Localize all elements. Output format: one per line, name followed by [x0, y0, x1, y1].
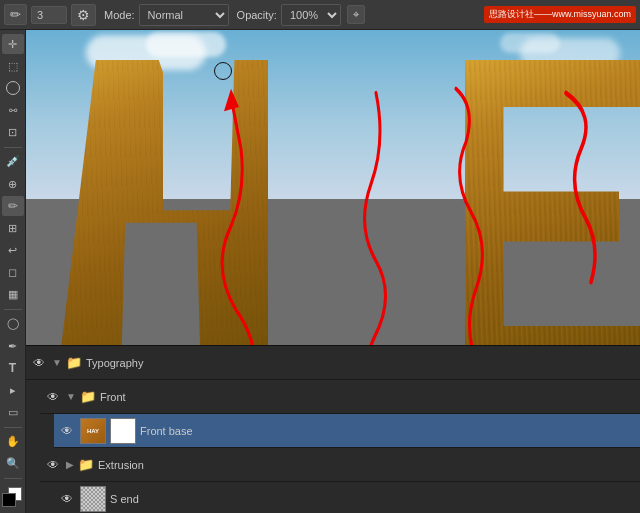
brush-size-value: 3: [37, 9, 43, 21]
brush-cursor: [214, 62, 232, 80]
eraser-tool[interactable]: ◻: [2, 263, 24, 283]
layer-row-extrusion[interactable]: 👁 ▶ 📁 Extrusion: [40, 448, 640, 482]
pen-icon: ✒: [8, 340, 17, 353]
color-swatches: [2, 487, 24, 509]
history-icon: ↩: [8, 244, 17, 257]
eyedropper-icon: 💉: [6, 155, 20, 168]
lasso-tool[interactable]: [2, 78, 24, 98]
layer-row-front-base[interactable]: 👁 HAY Front base: [54, 414, 640, 448]
healing-icon: ⊕: [8, 178, 17, 191]
zoom-icon: 🔍: [6, 457, 20, 470]
top-toolbar: ✏ 3 ⚙ Mode: Normal Multiply Screen Overl…: [0, 0, 640, 30]
layer-expand-front[interactable]: ▼: [66, 391, 76, 402]
brush-options-icon: ⚙: [77, 7, 90, 23]
canvas-area[interactable]: 👁 ▼ 📁 Typography 👁 ▼ 📁 Front 👁 HAY Front…: [26, 30, 640, 513]
layer-visibility-extrusion[interactable]: 👁: [44, 456, 62, 474]
layer-row-front[interactable]: 👁 ▼ 📁 Front: [40, 380, 640, 414]
layer-row-s-end[interactable]: 👁 S end: [54, 482, 640, 513]
layer-name-extrusion: Extrusion: [98, 459, 636, 471]
layer-expand-extrusion[interactable]: ▶: [66, 459, 74, 470]
pen-tool[interactable]: ✒: [2, 336, 24, 356]
airbrush-icon: ⌖: [353, 8, 359, 21]
layers-panel: 👁 ▼ 📁 Typography 👁 ▼ 📁 Front 👁 HAY Front…: [26, 345, 640, 513]
marquee-icon: ⬚: [8, 60, 18, 73]
main-area: ✛ ⬚ ⚯ ⊡ 💉 ⊕ ✏ ⊞ ↩ ◻: [0, 30, 640, 513]
clone-stamp-tool[interactable]: ⊞: [2, 218, 24, 238]
path-select-icon: ▸: [10, 384, 16, 397]
layer-expand-typography[interactable]: ▼: [52, 357, 62, 368]
layer-visibility-typography[interactable]: 👁: [30, 354, 48, 372]
mode-label: Mode:: [104, 9, 135, 21]
quick-select-tool[interactable]: ⚯: [2, 101, 24, 121]
brush-tool[interactable]: ✏: [2, 196, 24, 216]
crop-tool[interactable]: ⊡: [2, 123, 24, 143]
quick-select-icon: ⚯: [9, 105, 17, 116]
cloud-2: [146, 32, 226, 57]
toolbar-divider-2: [4, 309, 22, 310]
airbrush-toggle[interactable]: ⌖: [347, 5, 365, 24]
layer-name-typography: Typography: [86, 357, 636, 369]
gradient-tool[interactable]: ▦: [2, 285, 24, 305]
hand-icon: ✋: [6, 435, 20, 448]
cloud-4: [500, 33, 560, 53]
layer-thumb-front-base-main: HAY: [80, 418, 106, 444]
layer-thumb-front-base-mask: [110, 418, 136, 444]
toolbar-divider-1: [4, 147, 22, 148]
layer-folder-icon-front: 📁: [80, 389, 96, 404]
type-icon: T: [9, 361, 16, 375]
healing-brush-tool[interactable]: ⊕: [2, 174, 24, 194]
shape-tool[interactable]: ▭: [2, 403, 24, 423]
layer-name-front: Front: [100, 391, 636, 403]
history-brush-tool[interactable]: ↩: [2, 240, 24, 260]
layer-visibility-s-end[interactable]: 👁: [58, 490, 76, 508]
eraser-icon: ◻: [8, 266, 17, 279]
brush-tool-options[interactable]: ✏: [4, 4, 27, 25]
layer-visibility-front-base[interactable]: 👁: [58, 422, 76, 440]
dodge-tool[interactable]: ◯: [2, 314, 24, 334]
stamp-icon: ⊞: [8, 222, 17, 235]
dodge-icon: ◯: [7, 317, 19, 330]
zoom-tool[interactable]: 🔍: [2, 454, 24, 474]
brand-watermark: 思路设计社——www.missyuan.com: [484, 6, 636, 23]
shape-icon: ▭: [8, 406, 18, 419]
brush-options-button[interactable]: ⚙: [71, 4, 96, 26]
lasso-icon: [6, 81, 20, 95]
toolbar-divider-4: [4, 478, 22, 479]
move-icon: ✛: [8, 38, 17, 51]
brush-icon: ✏: [8, 199, 18, 213]
type-tool[interactable]: T: [2, 358, 24, 378]
crop-icon: ⊡: [8, 126, 17, 139]
layer-name-front-base: Front base: [140, 425, 636, 437]
path-selection-tool[interactable]: ▸: [2, 380, 24, 400]
layer-folder-icon-extrusion: 📁: [78, 457, 94, 472]
eyedropper-tool[interactable]: 💉: [2, 152, 24, 172]
layer-folder-icon-typography: 📁: [66, 355, 82, 370]
layer-name-s-end: S end: [110, 493, 636, 505]
left-toolbar: ✛ ⬚ ⚯ ⊡ 💉 ⊕ ✏ ⊞ ↩ ◻: [0, 30, 26, 513]
layer-thumb-s-end-main: [80, 486, 106, 512]
layer-visibility-front[interactable]: 👁: [44, 388, 62, 406]
opacity-label: Opacity:: [237, 9, 277, 21]
toolbar-divider-3: [4, 427, 22, 428]
hay-letter-e: [465, 60, 640, 373]
move-tool[interactable]: ✛: [2, 34, 24, 54]
mode-select[interactable]: Normal Multiply Screen Overlay Darken Li…: [139, 4, 229, 26]
layer-row-typography[interactable]: 👁 ▼ 📁 Typography: [26, 346, 640, 380]
hand-tool[interactable]: ✋: [2, 432, 24, 452]
brush-size-input[interactable]: 3: [31, 6, 67, 24]
brush-icon: ✏: [10, 7, 21, 22]
foreground-color-swatch[interactable]: [2, 493, 16, 507]
gradient-icon: ▦: [8, 288, 18, 301]
opacity-select[interactable]: 100% 75% 50% 25%: [281, 4, 341, 26]
marquee-tool[interactable]: ⬚: [2, 56, 24, 76]
